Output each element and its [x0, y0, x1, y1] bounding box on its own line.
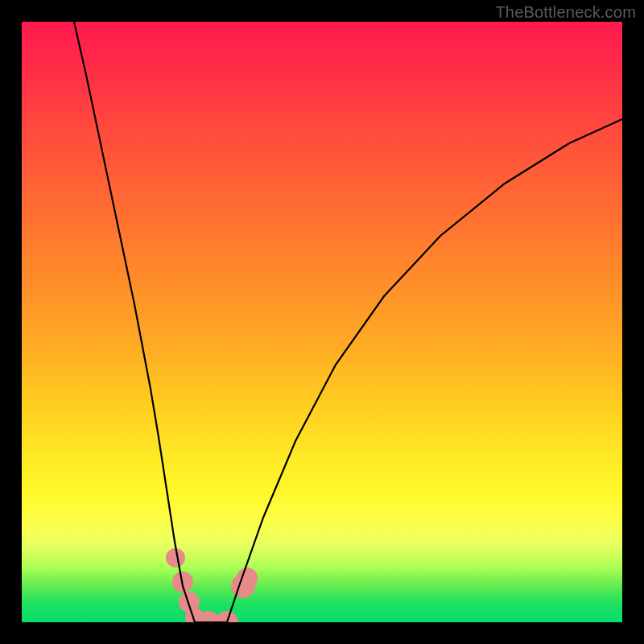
- watermark-text: TheBottleneck.com: [495, 3, 636, 22]
- marker-layer: [166, 548, 258, 622]
- left-curve: [74, 22, 195, 622]
- chart-container: TheBottleneck.com: [0, 0, 644, 644]
- plot-area: [22, 22, 622, 622]
- right-curve: [227, 119, 622, 622]
- curve-layer: [22, 22, 622, 622]
